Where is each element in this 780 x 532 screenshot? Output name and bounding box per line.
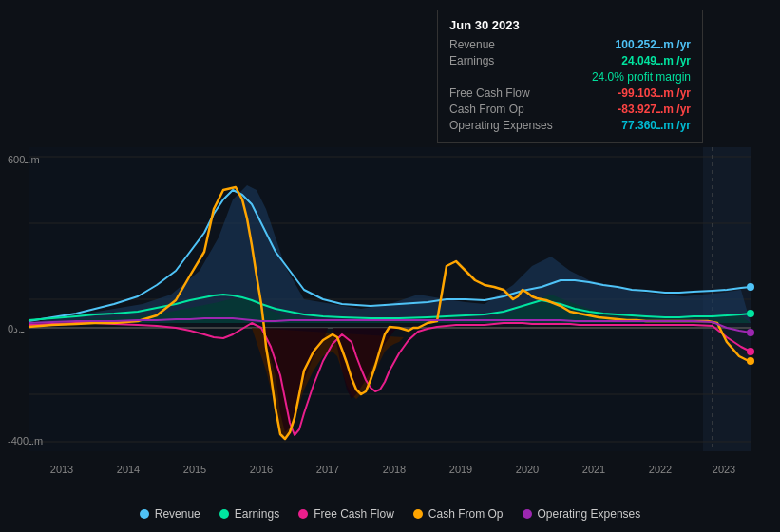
tooltip-earnings-value: 24.049ـ.m /yr xyxy=(621,54,691,67)
x-label-2017: 2017 xyxy=(316,464,339,475)
legend-opex[interactable]: Operating Expenses xyxy=(523,507,641,521)
chart-legend: Revenue Earnings Free Cash Flow Cash Fro… xyxy=(0,507,780,521)
svg-point-11 xyxy=(747,283,754,291)
tooltip-revenue-label: Revenue xyxy=(449,38,495,51)
tooltip-revenue-value: 100.252ـ.m /yr xyxy=(616,38,691,51)
svg-point-14 xyxy=(747,357,754,365)
svg-point-15 xyxy=(747,329,754,336)
tooltip-opex-label: Operating Expenses xyxy=(449,119,553,132)
x-label-2019: 2019 xyxy=(449,464,472,475)
x-label-2021: 2021 xyxy=(582,464,605,475)
legend-label-earnings: Earnings xyxy=(235,507,279,521)
tooltip-opex-row: Operating Expenses 77.360ـ.m /yr xyxy=(449,119,691,132)
tooltip-profit-margin: 24.0% profit margin xyxy=(592,70,691,84)
tooltip-box: Jun 30 2023 Revenue 100.252ـ.m /yr Earni… xyxy=(437,10,703,143)
tooltip-fcf-value: -99.103ـ.m /yr xyxy=(618,86,691,100)
tooltip-opex-value: 77.360ـ.m /yr xyxy=(621,119,691,132)
tooltip-cashop-row: Cash From Op -83.927ـ.m /yr xyxy=(449,103,691,116)
legend-fcf[interactable]: Free Cash Flow xyxy=(298,507,394,521)
svg-point-12 xyxy=(747,310,754,317)
legend-revenue[interactable]: Revenue xyxy=(140,507,200,521)
legend-label-fcf: Free Cash Flow xyxy=(314,507,394,521)
legend-dot-opex xyxy=(523,509,532,519)
legend-dot-earnings xyxy=(219,509,229,519)
tooltip-earnings-label: Earnings xyxy=(449,54,494,67)
x-label-2015: 2015 xyxy=(183,464,206,475)
y-label-neg400: -400ـ.m xyxy=(8,435,43,447)
tooltip-earnings-row: Earnings 24.049ـ.m /yr xyxy=(449,54,691,67)
x-label-2014: 2014 xyxy=(117,464,140,475)
svg-point-13 xyxy=(747,348,754,355)
x-label-2018: 2018 xyxy=(383,464,406,475)
x-label-2016: 2016 xyxy=(250,464,273,475)
tooltip-cashop-label: Cash From Op xyxy=(449,103,524,116)
legend-label-opex: Operating Expenses xyxy=(538,507,641,521)
x-label-2023: 2023 xyxy=(713,464,735,475)
y-label-600: 600ـ.m xyxy=(8,154,40,166)
tooltip-revenue-row: Revenue 100.252ـ.m /yr xyxy=(449,38,691,51)
x-label-2022: 2022 xyxy=(649,464,672,475)
legend-dot-revenue xyxy=(140,509,149,519)
tooltip-fcf-row: Free Cash Flow -99.103ـ.m /yr xyxy=(449,86,691,100)
legend-label-cashop: Cash From Op xyxy=(428,507,504,521)
chart-container: 600ـ.m 0ـ.ﺩ -400ـ.m 2013 2014 2015 2016 … xyxy=(0,0,780,532)
tooltip-cashop-value: -83.927ـ.m /yr xyxy=(618,103,691,116)
tooltip-date: Jun 30 2023 xyxy=(449,18,691,32)
tooltip-fcf-label: Free Cash Flow xyxy=(449,86,530,100)
legend-label-revenue: Revenue xyxy=(155,507,200,521)
y-label-zero: 0ـ.ﺩ xyxy=(8,323,24,335)
legend-dot-fcf xyxy=(298,509,308,519)
x-label-2020: 2020 xyxy=(516,464,539,475)
legend-earnings[interactable]: Earnings xyxy=(219,507,279,521)
x-label-2013: 2013 xyxy=(50,464,73,475)
legend-dot-cashop xyxy=(413,509,423,519)
legend-cashop[interactable]: Cash From Op xyxy=(413,507,504,521)
tooltip-margin-row: 24.0% profit margin xyxy=(449,70,691,84)
